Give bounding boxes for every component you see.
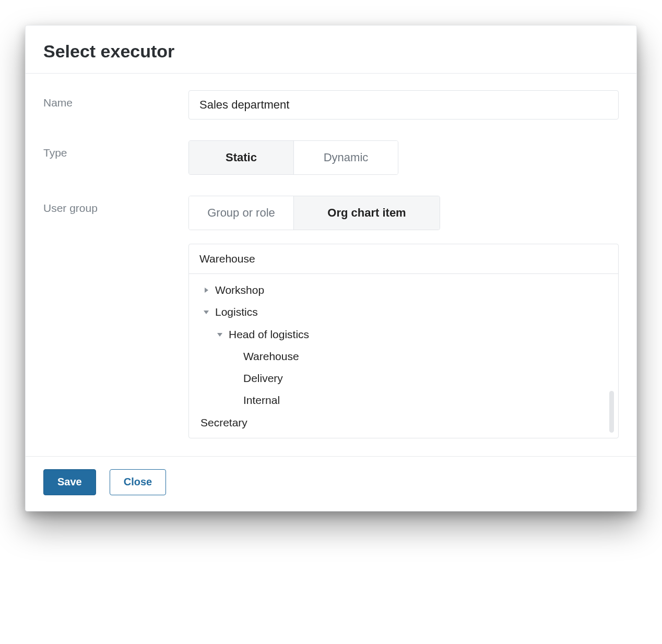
row-name: Name (43, 90, 619, 120)
tree-item-label: Logistics (215, 305, 258, 319)
tree-item-delivery[interactable]: Delivery (196, 367, 611, 389)
row-type: Type Static Dynamic (43, 140, 619, 175)
user-group-option-org-chart-item[interactable]: Org chart item (293, 196, 440, 230)
tree-item-logistics[interactable]: Logistics (196, 301, 611, 323)
svg-marker-0 (205, 288, 208, 293)
tree-item-secretary[interactable]: Secretary (196, 412, 611, 434)
tree-item-label: Workshop (215, 283, 264, 297)
close-button[interactable]: Close (110, 469, 166, 495)
caret-right-icon[interactable] (200, 287, 212, 293)
tree-item-label: Secretary (200, 416, 247, 430)
dialog-footer: Save Close (26, 456, 636, 511)
name-input[interactable] (188, 90, 619, 120)
org-chart-tree: Warehouse Workshop (188, 244, 619, 438)
row-user-group: User group Group or role Org chart item … (43, 196, 619, 438)
tree-item-internal[interactable]: Internal (196, 389, 611, 411)
tree-item-label: Warehouse (243, 350, 299, 363)
tree-item-workshop[interactable]: Workshop (196, 279, 611, 301)
type-toggle: Static Dynamic (188, 140, 398, 175)
save-button[interactable]: Save (43, 469, 96, 495)
label-user-group: User group (43, 196, 188, 214)
tree-item-warehouse[interactable]: Warehouse (196, 345, 611, 367)
tree-body: Workshop Logistics (189, 274, 618, 438)
caret-down-icon[interactable] (200, 309, 212, 315)
tree-item-label: Delivery (243, 372, 283, 385)
tree-item-head-of-logistics[interactable]: Head of logistics (196, 324, 611, 345)
label-type: Type (43, 140, 188, 159)
caret-down-icon[interactable] (214, 331, 226, 338)
tree-breadcrumb[interactable]: Warehouse (189, 244, 618, 274)
label-name: Name (43, 90, 188, 109)
dialog-header: Select executor (26, 26, 636, 74)
scrollbar-thumb[interactable] (609, 391, 614, 433)
select-executor-dialog: Select executor Name Type Static Dynamic (25, 25, 637, 511)
dialog-title: Select executor (43, 41, 619, 62)
dialog-body: Name Type Static Dynamic User group (26, 74, 636, 456)
tree-item-label: Head of logistics (229, 328, 309, 341)
svg-marker-2 (217, 333, 222, 337)
user-group-option-group-or-role[interactable]: Group or role (189, 196, 293, 230)
tree-item-label: Internal (243, 393, 280, 407)
user-group-toggle: Group or role Org chart item (188, 196, 440, 230)
svg-marker-1 (204, 311, 209, 314)
type-option-dynamic[interactable]: Dynamic (293, 141, 398, 174)
type-option-static[interactable]: Static (189, 141, 293, 174)
